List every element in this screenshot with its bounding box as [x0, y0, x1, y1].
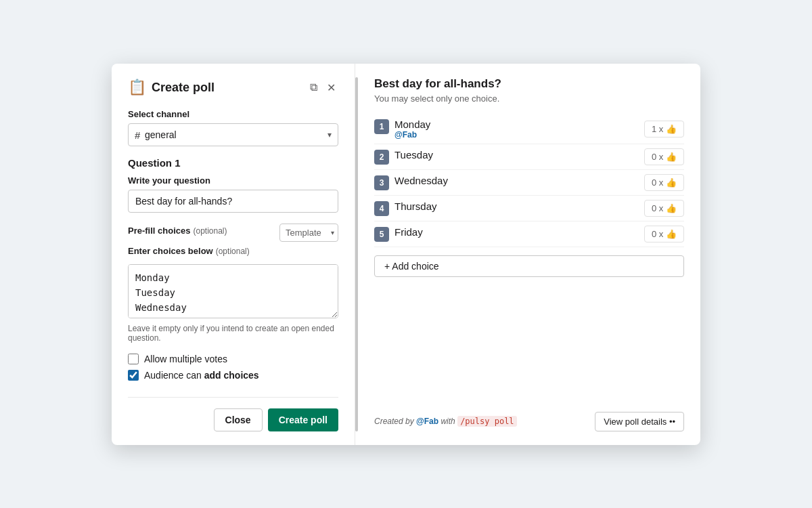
- audience-bold-text: add choices: [204, 370, 259, 381]
- poll-option-left: 4 Thursday: [374, 200, 437, 216]
- option-number: 3: [374, 175, 389, 190]
- poll-icon: 📋: [128, 80, 146, 95]
- choices-textarea[interactable]: Monday Tuesday Wednesday Thursday: [128, 264, 338, 318]
- audience-label-text: Audience can: [144, 370, 202, 381]
- option-text-group: Monday @Fab: [394, 119, 430, 140]
- question-label: Write your question: [128, 175, 338, 186]
- add-choice-button[interactable]: + Add choice: [374, 255, 684, 277]
- create-poll-modal: 📋 Create poll ⧉ ✕ Select channel # gener…: [112, 64, 700, 445]
- modal-title-group: 📋 Create poll: [128, 80, 215, 95]
- header-actions: ⧉ ✕: [307, 80, 338, 96]
- modal-title: Create poll: [152, 81, 215, 95]
- close-button[interactable]: ✕: [324, 80, 338, 96]
- close-poll-button[interactable]: Close: [214, 408, 263, 431]
- template-select-wrapper: Template ▾: [279, 224, 338, 242]
- prefill-row: Pre-fill choices (optional) Template ▾: [128, 224, 338, 242]
- command-text: /pulsy poll: [457, 416, 516, 427]
- poll-preview-title: Best day for all-hands?: [374, 77, 684, 91]
- poll-option-row: 5 Friday 0 x 👍: [374, 221, 684, 247]
- poll-option-left: 5 Friday: [374, 226, 423, 242]
- expand-button[interactable]: ⧉: [307, 80, 320, 96]
- left-panel: 📋 Create poll ⧉ ✕ Select channel # gener…: [112, 64, 355, 445]
- poll-option-row: 2 Tuesday 0 x 👍: [374, 144, 684, 170]
- hash-icon: #: [135, 129, 140, 140]
- option-name: Wednesday: [394, 175, 448, 186]
- option-name: Friday: [394, 226, 423, 238]
- channel-label: Select channel: [128, 109, 338, 119]
- channel-field-group: Select channel # general random ▾: [128, 109, 338, 146]
- option-number: 5: [374, 227, 389, 242]
- view-poll-details-button[interactable]: View poll details ••: [595, 412, 684, 431]
- vote-badge[interactable]: 0 x 👍: [644, 226, 684, 242]
- poll-preview-subtitle: You may select only one choice.: [374, 93, 684, 104]
- channel-select[interactable]: general random: [128, 123, 338, 146]
- creator-mention: @Fab: [416, 417, 438, 426]
- created-by-text: Created by @Fab with /pulsy poll: [374, 417, 517, 426]
- poll-footer: Created by @Fab with /pulsy poll View po…: [374, 401, 684, 431]
- option-text-group: Tuesday: [394, 149, 433, 161]
- poll-option-row: 3 Wednesday 0 x 👍: [374, 170, 684, 196]
- option-name: Monday: [394, 119, 430, 130]
- modal-footer: Close Create poll: [128, 397, 338, 431]
- channel-select-wrapper: # general random ▾: [128, 123, 338, 146]
- template-select[interactable]: Template: [279, 224, 338, 242]
- option-number: 1: [374, 119, 389, 134]
- vote-badge[interactable]: 0 x 👍: [644, 174, 684, 191]
- poll-option-left: 3 Wednesday: [374, 175, 448, 190]
- multiple-votes-row: Allow multiple votes: [128, 354, 338, 364]
- choices-label-group: Enter choices below (optional): [128, 246, 338, 260]
- vote-badge[interactable]: 0 x 👍: [644, 148, 684, 165]
- option-name: Tuesday: [394, 149, 433, 161]
- modal-header: 📋 Create poll ⧉ ✕: [128, 80, 338, 96]
- vote-badge[interactable]: 0 x 👍: [644, 200, 684, 217]
- poll-option-left: 1 Monday @Fab: [374, 119, 430, 140]
- option-text-group: Thursday: [394, 200, 437, 212]
- poll-option-row: 4 Thursday 0 x 👍: [374, 196, 684, 221]
- option-number: 2: [374, 150, 389, 165]
- multiple-votes-label[interactable]: Allow multiple votes: [144, 354, 227, 364]
- create-poll-button[interactable]: Create poll: [268, 408, 338, 431]
- question-section: Question 1 Write your question: [128, 157, 338, 213]
- choices-label: Enter choices below: [128, 246, 213, 256]
- option-text-group: Wednesday: [394, 175, 448, 186]
- poll-options-list: 1 Monday @Fab 1 x 👍 2 Tuesday 0 x 👍: [374, 114, 684, 247]
- choices-optional: (optional): [216, 247, 250, 256]
- audience-choices-checkbox[interactable]: [128, 370, 139, 381]
- multiple-votes-checkbox[interactable]: [128, 354, 139, 364]
- question-input[interactable]: [128, 190, 338, 213]
- poll-option-left: 2 Tuesday: [374, 149, 433, 165]
- audience-choices-row: Audience can add choices: [128, 370, 338, 381]
- right-panel: Best day for all-hands? You may select o…: [358, 64, 700, 445]
- question-section-title: Question 1: [128, 157, 338, 169]
- vote-badge[interactable]: 1 x 👍: [644, 121, 684, 137]
- prefill-label-group: Pre-fill choices (optional): [128, 226, 227, 240]
- prefill-label: Pre-fill choices: [128, 226, 190, 236]
- poll-option-row: 1 Monday @Fab 1 x 👍: [374, 114, 684, 144]
- option-voter: @Fab: [394, 130, 430, 140]
- option-name: Thursday: [394, 200, 437, 212]
- option-number: 4: [374, 201, 389, 216]
- option-text-group: Friday: [394, 226, 423, 238]
- prefill-optional: (optional): [193, 226, 227, 236]
- prefill-field-group: Pre-fill choices (optional) Template ▾ E…: [128, 224, 338, 343]
- choices-hint: Leave it empty only if you intend to cre…: [128, 324, 338, 343]
- audience-choices-label[interactable]: Audience can add choices: [144, 370, 259, 381]
